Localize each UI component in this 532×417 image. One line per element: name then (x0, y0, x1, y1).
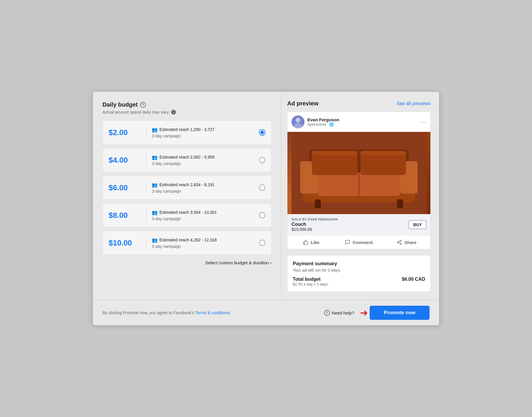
budget-amount-4: $8.00 (109, 211, 141, 220)
svg-rect-15 (361, 151, 406, 155)
need-help-button[interactable]: ? Need help? (324, 310, 354, 316)
total-budget-amount: $6.00 CAD (402, 277, 425, 282)
help-icon[interactable]: ? (140, 102, 146, 108)
share-label: Share (404, 240, 417, 245)
svg-point-16 (400, 240, 401, 242)
avatar (292, 115, 304, 128)
budget-option-3[interactable]: $6.00 👥 Estimated reach 2,834 - 8,191 3-… (102, 176, 272, 200)
ad-card: Evan Ferguson Sponsored · 🌐 ··· (287, 112, 431, 249)
ad-preview-title: Ad preview (287, 100, 319, 107)
share-button[interactable]: Share (383, 237, 430, 248)
right-panel: Ad preview See all previews (281, 92, 439, 300)
comment-label: Comment (353, 240, 373, 245)
subtitle: Actual amount spend daily may vary. i (102, 110, 272, 115)
budget-options-list: $2.00 👥 Estimated reach 1,290 - 3,727 3-… (102, 120, 272, 255)
daily-budget-title: Daily budget (102, 101, 138, 108)
like-label: Like (311, 240, 319, 245)
payment-row: Total budget $2.00 a day x 3 days. $6.00… (293, 277, 425, 286)
svg-rect-12 (315, 199, 321, 208)
divider-1 (146, 126, 147, 139)
product-price: $10,000.00 (292, 227, 338, 232)
divider-2 (146, 154, 147, 167)
terms-link[interactable]: Terms & conditions (195, 310, 230, 315)
campaign-duration-1: 3-day campaign (152, 134, 259, 138)
divider-5 (146, 236, 147, 249)
info-icon[interactable]: i (171, 110, 176, 115)
comment-button[interactable]: Comment (335, 237, 383, 248)
footer-actions: ? Need help? ➜ Promote now (324, 306, 430, 320)
divider-3 (146, 181, 147, 194)
advertiser-info: Evan Ferguson Sponsored · 🌐 (292, 115, 339, 128)
reach-icon-2: 👥 (152, 154, 158, 160)
advertiser-details: Evan Ferguson Sponsored · 🌐 (307, 117, 339, 127)
ad-actions: Like Comment Share (287, 235, 430, 249)
radio-btn-3[interactable] (259, 184, 265, 191)
budget-amount-5: $10.00 (109, 238, 141, 248)
radio-btn-1[interactable] (259, 129, 265, 136)
reach-icon-3: 👥 (152, 182, 158, 188)
like-button[interactable]: Like (287, 237, 335, 248)
modal-footer: By clicking Promote now, you agree to Fa… (93, 300, 439, 325)
modal-body: Daily budget ? Actual amount spend daily… (93, 92, 439, 300)
product-seller: SOLD BY EVAN FERGUSON (292, 218, 338, 221)
budget-amount-2: $4.00 (109, 156, 141, 165)
radio-btn-4[interactable] (259, 212, 265, 218)
ad-product-info: SOLD BY EVAN FERGUSON Couch $10,000.00 B… (287, 214, 430, 235)
svg-point-1 (296, 118, 300, 122)
svg-line-19 (398, 243, 400, 243)
budget-option-1[interactable]: $2.00 👥 Estimated reach 1,290 - 3,727 3-… (102, 120, 272, 144)
budget-details-3: 👥 Estimated reach 2,834 - 8,191 3-day ca… (152, 182, 259, 194)
budget-details-4: 👥 Estimated reach 3,564 - 10,301 3-day c… (152, 210, 259, 221)
svg-rect-14 (312, 151, 358, 155)
help-circle-icon: ? (324, 310, 330, 316)
payment-summary: Payment summary Your ad will run for 3 d… (287, 255, 431, 292)
reach-icon-1: 👥 (152, 127, 158, 132)
radio-btn-2[interactable] (259, 157, 265, 163)
estimated-reach-3: 👥 Estimated reach 2,834 - 8,191 (152, 182, 259, 188)
section-title: Daily budget ? (102, 101, 272, 108)
payment-breakdown: $2.00 a day x 3 days. (293, 282, 329, 286)
product-info-text: SOLD BY EVAN FERGUSON Couch $10,000.00 (292, 218, 338, 232)
promote-now-wrapper: ➜ Promote now (360, 306, 430, 320)
product-name: Couch (292, 222, 338, 227)
divider-4 (146, 209, 147, 222)
modal-container: Daily budget ? Actual amount spend daily… (93, 92, 439, 325)
reach-icon-5: 👥 (152, 237, 158, 243)
sponsored-tag: Sponsored · 🌐 (307, 122, 339, 127)
custom-budget-link[interactable]: Select custom budget & duration › (102, 260, 272, 265)
budget-option-5[interactable]: $10.00 👥 Estimated reach 4,262 - 12,318 … (102, 231, 272, 255)
budget-option-2[interactable]: $4.00 👥 Estimated reach 2,062 - 5,959 3-… (102, 148, 272, 172)
radio-btn-5[interactable] (259, 240, 265, 246)
payment-summary-subtitle: Your ad will run for 3 days. (293, 268, 425, 273)
ad-preview-header: Ad preview See all previews (287, 100, 431, 107)
budget-details-2: 👥 Estimated reach 2,062 - 5,959 3-day ca… (152, 154, 259, 166)
more-options-icon[interactable]: ··· (420, 119, 426, 125)
campaign-duration-4: 3-day campaign (152, 216, 259, 221)
total-budget-label: Total budget (293, 277, 329, 282)
payment-label-group: Total budget $2.00 a day x 3 days. (293, 277, 329, 286)
campaign-duration-5: 3-day campaign (152, 244, 259, 249)
promote-now-button[interactable]: Promote now (370, 306, 430, 320)
terms-text: By clicking Promote now, you agree to Fa… (102, 310, 230, 315)
campaign-duration-2: 3-day campaign (152, 161, 259, 166)
budget-amount-1: $2.00 (109, 128, 141, 137)
budget-details-1: 👥 Estimated reach 1,290 - 3,727 3-day ca… (152, 127, 259, 138)
svg-rect-13 (397, 199, 403, 208)
reach-icon-4: 👥 (152, 210, 158, 215)
estimated-reach-2: 👥 Estimated reach 2,062 - 5,959 (152, 154, 259, 160)
budget-option-4[interactable]: $8.00 👥 Estimated reach 3,564 - 10,301 3… (102, 203, 272, 227)
payment-summary-title: Payment summary (293, 261, 425, 267)
ad-card-header: Evan Ferguson Sponsored · 🌐 ··· (287, 112, 430, 132)
ad-image (287, 132, 430, 214)
arrow-indicator: ➜ (360, 307, 368, 318)
estimated-reach-1: 👥 Estimated reach 1,290 - 3,727 (152, 127, 259, 132)
budget-details-5: 👥 Estimated reach 4,262 - 12,318 3-day c… (152, 237, 259, 249)
svg-point-18 (400, 243, 401, 245)
svg-point-17 (397, 242, 399, 243)
buy-button[interactable]: BUY (409, 220, 426, 229)
budget-amount-3: $6.00 (109, 183, 141, 192)
see-all-previews-link[interactable]: See all previews (397, 101, 431, 106)
estimated-reach-4: 👥 Estimated reach 3,564 - 10,301 (152, 210, 259, 215)
svg-line-20 (398, 241, 400, 242)
campaign-duration-3: 3-day campaign (152, 189, 259, 194)
